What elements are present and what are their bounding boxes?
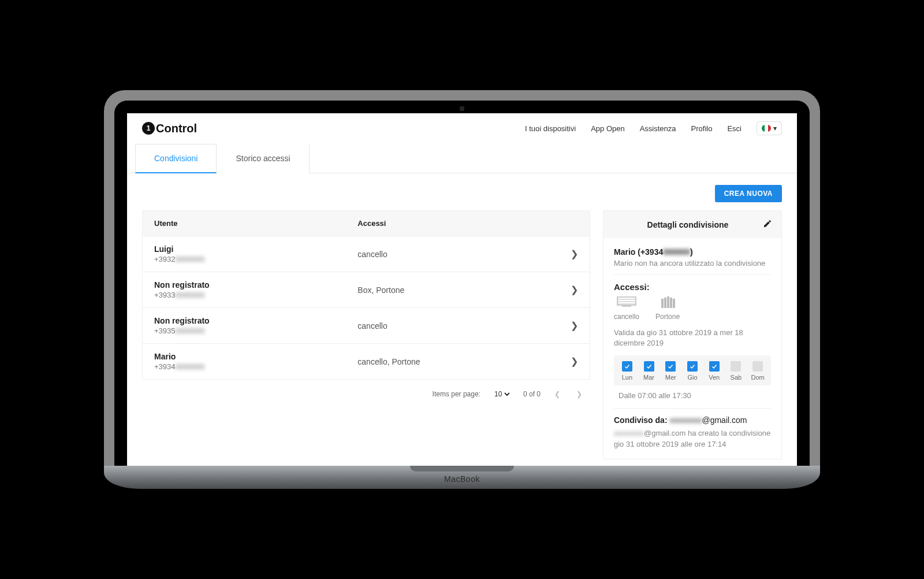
details-title: Dettagli condivisione: [613, 220, 763, 229]
nav-logout[interactable]: Esci: [727, 124, 742, 133]
checkbox-checked-icon: [644, 361, 654, 372]
paginator-size[interactable]: 10: [492, 389, 512, 399]
row-user-name: Non registrato: [154, 280, 357, 290]
nav-assist[interactable]: Assistenza: [640, 124, 676, 133]
day-label: Dom: [748, 374, 767, 381]
camera-dot: [460, 106, 464, 111]
svg-rect-9: [673, 299, 675, 308]
checkbox-checked-icon: [665, 361, 676, 372]
chevron-right-icon: ❯: [571, 284, 578, 295]
edit-icon[interactable]: [763, 219, 772, 230]
details-panel: Dettagli condivisione Mario (+3934000000…: [603, 210, 782, 459]
toolbar: CREA NUOVA: [142, 185, 782, 202]
details-user-note: Mario non ha ancora utilizzato la condiv…: [614, 259, 771, 268]
nav-devices[interactable]: I tuoi dispositivi: [525, 124, 576, 133]
day-label: Mar: [640, 374, 658, 381]
access-icon: [658, 296, 677, 309]
day-label: Gio: [683, 374, 702, 381]
content: CREA NUOVA Utente Accessi Luigi +3932000…: [127, 173, 797, 466]
svg-rect-7: [667, 296, 669, 308]
tab-shares[interactable]: Condivisioni: [135, 144, 217, 173]
row-user-phone: +39340000000: [154, 362, 357, 371]
checkbox-checked-icon: [622, 361, 632, 372]
day-cell: Mer: [661, 361, 680, 381]
create-button[interactable]: CREA NUOVA: [715, 185, 782, 202]
access-icon: [617, 296, 636, 309]
details-user-name: Mario (+3934000000): [614, 247, 771, 257]
checkbox-checked-icon: [709, 361, 720, 372]
details-validity: Valida da gio 31 ottobre 2019 a mer 18 d…: [614, 328, 771, 348]
brand-logo[interactable]: 1 Control: [142, 122, 197, 135]
chevron-down-icon: ▾: [773, 124, 777, 132]
nav-appopen[interactable]: App Open: [591, 124, 625, 133]
svg-rect-5: [661, 299, 664, 308]
brand-text: Control: [156, 122, 197, 135]
checkbox-unchecked-icon: [731, 361, 741, 372]
day-cell: Ven: [705, 361, 724, 381]
language-selector[interactable]: ▾: [757, 121, 782, 135]
chevron-right-icon: ❯: [571, 320, 578, 331]
day-cell: Gio: [683, 361, 702, 381]
shares-table: Utente Accessi Luigi +39320000000 cancel…: [142, 210, 590, 459]
row-user-phone: +39350000000: [154, 326, 357, 335]
row-access: cancello: [357, 250, 571, 259]
row-user-phone: +39330000000: [154, 291, 357, 299]
logo-badge: 1: [142, 122, 155, 135]
table-header: Utente Accessi: [142, 210, 590, 236]
day-label: Lun: [618, 374, 636, 381]
shared-note: xxxxxxxx@gmail.com ha creato la condivis…: [614, 428, 771, 449]
row-user-phone: +39320000000: [154, 255, 357, 263]
app-header: 1 Control I tuoi dispositivi App Open As…: [127, 113, 797, 144]
day-cell: Mar: [640, 361, 658, 381]
svg-rect-8: [670, 298, 672, 308]
access-label: Portone: [655, 313, 680, 321]
paginator-prev-icon[interactable]: ❮: [552, 388, 562, 400]
chevron-right-icon: ❯: [571, 356, 578, 367]
laptop-frame: 1 Control I tuoi dispositivi App Open As…: [104, 90, 820, 489]
access-label: cancello: [614, 313, 639, 321]
th-access: Accessi: [357, 219, 578, 228]
day-label: Mer: [661, 374, 680, 381]
table-row[interactable]: Non registrato +39330000000 Box, Portone…: [142, 272, 590, 308]
paginator-next-icon[interactable]: ❯: [574, 388, 584, 400]
top-nav: I tuoi dispositivi App Open Assistenza P…: [525, 121, 782, 135]
day-label: Sab: [726, 374, 745, 381]
table-row[interactable]: Mario +39340000000 cancello, Portone ❯: [142, 344, 590, 380]
app-viewport: 1 Control I tuoi dispositivi App Open As…: [127, 113, 797, 466]
row-access: cancello: [357, 321, 571, 331]
laptop-brand: MacBook: [444, 474, 480, 484]
svg-rect-6: [664, 298, 666, 308]
day-cell: Sab: [726, 361, 745, 381]
access-item: Portone: [655, 296, 680, 321]
days-strip: LunMarMerGioVenSabDom: [614, 355, 771, 385]
paginator-range: 0 of 0: [523, 390, 541, 398]
table-row[interactable]: Luigi +39320000000 cancello ❯: [142, 236, 590, 272]
access-item: cancello: [614, 296, 639, 321]
shared-by: Condiviso da: xxxxxxxx@gmail.com: [614, 415, 771, 425]
row-user-name: Non registrato: [154, 316, 357, 325]
day-cell: Lun: [618, 361, 636, 381]
chevron-right-icon: ❯: [571, 248, 578, 259]
details-header: Dettagli condivisione: [603, 211, 781, 238]
paginator-label: Items per page:: [433, 390, 480, 398]
row-access: Box, Portone: [357, 285, 571, 295]
row-access: cancello, Portone: [357, 357, 571, 366]
row-user-name: Luigi: [154, 244, 357, 254]
checkbox-checked-icon: [687, 361, 698, 372]
nav-profile[interactable]: Profilo: [691, 124, 713, 133]
details-access-label: Accessi:: [614, 282, 771, 292]
checkbox-unchecked-icon: [752, 361, 763, 372]
details-hours: Dalle 07:00 alle 17:30: [619, 391, 771, 400]
flag-it-icon: [762, 125, 771, 132]
row-user-name: Mario: [154, 352, 357, 361]
tabs: Condivisioni Storico accessi: [127, 144, 797, 173]
day-label: Ven: [705, 374, 724, 381]
table-row[interactable]: Non registrato +39350000000 cancello ❯: [142, 308, 590, 344]
laptop-base: MacBook: [104, 466, 820, 489]
day-cell: Dom: [748, 361, 767, 381]
access-icons: cancelloPortone: [614, 296, 771, 321]
th-user: Utente: [154, 219, 357, 228]
paginator: Items per page: 10 0 of 0 ❮ ❯: [142, 380, 590, 409]
tab-history[interactable]: Storico accessi: [217, 144, 309, 173]
